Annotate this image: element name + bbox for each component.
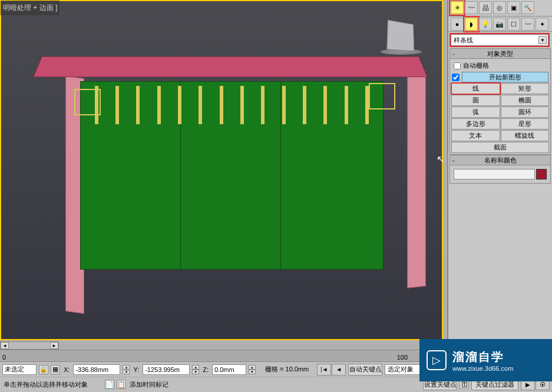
btn-section[interactable]: 截面 (451, 142, 549, 153)
object-color-swatch[interactable] (536, 169, 547, 180)
display-icon: ▣ (511, 4, 517, 12)
modify-icon: 〰 (468, 4, 475, 11)
viewcube-cube[interactable] (386, 20, 414, 52)
x-spinner[interactable]: ▲▼ (123, 365, 130, 374)
frame-end: 100 (397, 354, 408, 361)
watermark-text: 溜溜自学 www.zixue.3d66.com (452, 349, 513, 372)
utilities-icon: 🔨 (524, 4, 532, 12)
btn-arc[interactable]: 弧 (451, 107, 500, 118)
tab-hierarchy[interactable]: 品 (479, 1, 492, 14)
dropdown-value: 样条线 (454, 36, 473, 45)
viewport-area: 明暗处理 + 边面 ] ↖ (0, 0, 443, 341)
systems-icon: ✦ (540, 21, 545, 28)
cabinet-slats (80, 86, 384, 127)
command-panel-tabs: ✳ 〰 品 ◎ ▣ 🔨 (448, 0, 552, 16)
shapes-icon: ◗ (470, 21, 473, 28)
tab-geometry[interactable]: ● (451, 18, 464, 31)
btn-ngon[interactable]: 多边形 (451, 118, 500, 129)
script-icon[interactable]: 📄 (105, 380, 114, 389)
play-icon: ▷ (427, 350, 447, 370)
tab-cameras[interactable]: 📷 (493, 18, 506, 31)
auto-key-button[interactable]: 自动关键点 (348, 364, 382, 376)
collapse-icon: - (452, 50, 455, 57)
tab-display[interactable]: ▣ (507, 1, 520, 14)
tab-create[interactable]: ✳ (451, 1, 464, 14)
start-new-shape-button[interactable]: 开始新图形 (462, 72, 548, 82)
model-3d (42, 57, 419, 304)
scroll-thumb[interactable] (9, 342, 50, 349)
start-new-shape-checkbox[interactable] (452, 74, 460, 81)
script2-icon[interactable]: 📋 (117, 380, 126, 389)
z-label: Z: (201, 366, 210, 373)
y-coord-input[interactable]: -1253.995m (143, 364, 190, 375)
object-type-grid: 线 矩形 圆 椭圆 弧 圆环 多边形 星形 文本 螺旋线 截面 (451, 83, 549, 153)
tab-helpers[interactable]: ☐ (507, 18, 520, 31)
ornament (74, 89, 101, 115)
command-panel: ✳ 〰 品 ◎ ▣ 🔨 ● ◗ 💡 📷 ☐ 〰 ✦ 样条线 ▼ - 对象类型 自… (447, 0, 552, 359)
tab-utilities[interactable]: 🔨 (521, 1, 534, 14)
x-coord-input[interactable]: -336.88mm (73, 364, 120, 375)
prompt-text: 单击并拖动以选择并移动对象 (2, 380, 103, 389)
create-category-tabs: ● ◗ 💡 📷 ☐ 〰 ✦ (448, 16, 552, 32)
goto-start-button[interactable]: |◄ (317, 364, 331, 376)
rollout-object-type: - 对象类型 自动栅格 开始新图形 线 矩形 圆 椭圆 弧 圆环 多边形 (449, 48, 551, 155)
shape-category-dropdown[interactable]: 样条线 ▼ (451, 34, 548, 46)
tab-systems[interactable]: ✦ (536, 18, 548, 31)
btn-rectangle[interactable]: 矩形 (501, 83, 550, 94)
table-top (33, 57, 428, 77)
watermark-title: 溜溜自学 (452, 349, 513, 365)
btn-text[interactable]: 文本 (451, 130, 500, 141)
create-icon: ✳ (455, 4, 460, 12)
scroll-right-button[interactable]: ► (50, 342, 58, 349)
autogrid-label: 自动栅格 (463, 61, 489, 70)
timeline-ruler[interactable]: 0 100 (0, 350, 443, 361)
collapse-icon: - (452, 157, 455, 164)
rollout-body (449, 165, 551, 184)
motion-icon: ◎ (497, 4, 503, 12)
object-name-input[interactable] (454, 169, 535, 180)
z-spinner[interactable]: ▲▼ (249, 365, 256, 374)
tab-motion[interactable]: ◎ (493, 1, 506, 14)
tab-spacewarps[interactable]: 〰 (521, 18, 534, 31)
lights-icon: 💡 (481, 21, 490, 28)
isolate-icon[interactable]: ▦ (51, 365, 60, 374)
playback-controls: |◄ ◄ (317, 364, 346, 376)
ornament (369, 83, 395, 109)
btn-star[interactable]: 星形 (501, 118, 550, 129)
viewcube[interactable] (378, 21, 425, 62)
tab-lights[interactable]: 💡 (479, 18, 492, 31)
btn-donut[interactable]: 圆环 (501, 107, 550, 118)
viewport-perspective[interactable]: 明暗处理 + 边面 ] ↖ (0, 0, 443, 340)
rollout-body: 自动栅格 开始新图形 线 矩形 圆 椭圆 弧 圆环 多边形 星形 文本 螺旋线 … (449, 59, 551, 155)
prev-frame-button[interactable]: ◄ (332, 364, 346, 376)
timeline-scrollbar[interactable]: ◄ ► (0, 341, 59, 350)
y-label: Y: (132, 366, 140, 373)
lock-selection-icon[interactable]: 🔒 (39, 365, 48, 374)
add-time-tag[interactable]: 添加时间标记 (128, 380, 170, 389)
rollout-header-name-color[interactable]: - 名称和颜色 (449, 155, 551, 165)
btn-circle[interactable]: 圆 (451, 95, 500, 106)
watermark-overlay: ▷ 溜溜自学 www.zixue.3d66.com (419, 339, 552, 381)
selection-status: 未选定 (2, 364, 37, 375)
grid-label: 栅格 = 10.0mm (264, 365, 310, 374)
btn-helix[interactable]: 螺旋线 (501, 130, 550, 141)
z-coord-input[interactable]: 0.0mm (212, 364, 246, 375)
tab-modify[interactable]: 〰 (465, 1, 478, 14)
hierarchy-icon: 品 (482, 4, 489, 12)
sphere-icon: ● (455, 21, 460, 28)
autogrid-checkbox[interactable] (454, 62, 461, 69)
cameras-icon: 📷 (495, 21, 504, 28)
x-label: X: (62, 366, 71, 373)
btn-ellipse[interactable]: 椭圆 (501, 95, 550, 106)
tab-shapes[interactable]: ◗ (465, 18, 478, 31)
rollout-title: 名称和颜色 (484, 156, 517, 165)
rollout-header-object-type[interactable]: - 对象类型 (449, 48, 551, 59)
helpers-icon: ☐ (511, 21, 517, 28)
rollout-name-color: - 名称和颜色 (449, 155, 551, 184)
viewport-label[interactable]: 明暗处理 + 边面 ] (1, 1, 60, 15)
scroll-left-button[interactable]: ◄ (1, 342, 9, 349)
y-spinner[interactable]: ▲▼ (192, 365, 199, 374)
chevron-down-icon[interactable]: ▼ (538, 36, 547, 44)
btn-line[interactable]: 线 (451, 83, 500, 94)
cursor-icon: ↖ (437, 154, 444, 165)
